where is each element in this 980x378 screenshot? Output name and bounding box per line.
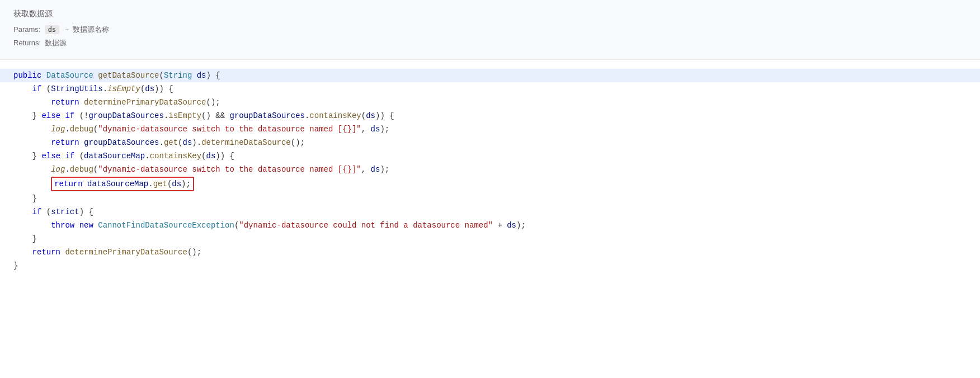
var-token: ds <box>366 111 375 120</box>
plain-token: ); <box>516 221 526 230</box>
type-token: DataSource <box>46 71 93 80</box>
var-token: ds <box>183 138 192 147</box>
code-line: throw new CannotFindDataSourceException(… <box>0 219 980 232</box>
plain-token: ( <box>201 152 206 160</box>
plain-token: )) { <box>215 152 234 160</box>
function-token: debug <box>70 125 93 134</box>
function-token: determinePrimaryDataSource <box>65 248 187 257</box>
log-token: log <box>51 165 65 174</box>
type-token: CannotFindDataSourceException <box>98 221 234 230</box>
var-token: ds <box>145 84 154 93</box>
plain-token <box>192 71 196 80</box>
function-token: containsKey <box>309 111 361 120</box>
keyword-token: new <box>79 221 93 230</box>
plain-token: ) { <box>79 207 93 216</box>
var-token: groupDataSources <box>88 111 163 120</box>
var-token: dataSourceMap <box>84 152 145 160</box>
plain-token: } <box>32 234 37 243</box>
plain-token: , <box>361 125 371 134</box>
plain-token: (); <box>206 98 220 107</box>
plain-token: ( <box>361 111 366 120</box>
doc-params: Params: ds － 数据源名称 <box>13 25 967 35</box>
function-token: isEmpty <box>168 111 201 120</box>
plain-token: . <box>103 84 107 93</box>
plain-token: + <box>493 221 507 230</box>
plain-token: ). <box>192 138 201 147</box>
code-line: if (strict) { <box>0 205 980 219</box>
plain-token: . <box>148 179 153 188</box>
code-line: } else if (!groupDataSources.isEmpty() &… <box>0 109 980 122</box>
code-line: } <box>0 259 980 272</box>
plain-token: (); <box>187 248 201 257</box>
code-line: return determinePrimaryDataSource(); <box>0 96 980 109</box>
returns-desc: 数据源 <box>45 39 67 47</box>
function-token: determinePrimaryDataSource <box>84 98 206 107</box>
doc-title: 获取数据源 <box>13 9 967 19</box>
keyword-token: if <box>32 84 42 93</box>
code-line: log.debug("dynamic-datasource switch to … <box>0 163 980 176</box>
plain-token <box>74 221 79 230</box>
plain-token: ); <box>380 125 389 134</box>
var-token: ds <box>206 152 216 160</box>
plain-token: } <box>13 261 18 270</box>
plain-token <box>79 138 84 147</box>
param-desc: － 数据源名称 <box>63 25 109 34</box>
var-token: ds <box>172 179 181 188</box>
log-token: log <box>51 125 65 134</box>
plain-token: ( <box>178 138 182 147</box>
plain-token: )) { <box>154 84 173 93</box>
keyword-token: public <box>13 71 41 80</box>
plain-token: . <box>65 165 69 174</box>
plain-token: ( <box>159 71 163 80</box>
string-token: "dynamic-datasource could not find a dat… <box>239 221 493 230</box>
code-line: } else if (dataSourceMap.containsKey(ds)… <box>0 149 980 163</box>
var-token: ds <box>371 125 380 134</box>
var-token: dataSourceMap <box>87 179 148 188</box>
string-token: "dynamic-datasource switch to the dataso… <box>98 165 361 174</box>
plain-token: ( <box>93 165 98 174</box>
plain-token: (); <box>291 138 305 147</box>
highlighted-return: return dataSourceMap.get(ds); <box>51 177 194 191</box>
plain-token <box>93 221 98 230</box>
keyword-token: return <box>51 138 79 147</box>
plain-token: )) { <box>375 111 394 120</box>
param-name: ds <box>45 25 59 34</box>
function-token: getDataSource <box>98 71 159 80</box>
var-token: StringUtils <box>51 84 102 93</box>
var-token: ds <box>371 165 380 174</box>
var-token: groupDataSources <box>84 138 159 147</box>
plain-token: ) { <box>206 71 220 80</box>
var-token: ds <box>507 221 516 230</box>
keyword-token: if <box>32 207 42 216</box>
var-token: groupDataSources <box>230 111 305 120</box>
keyword-token: throw <box>51 221 74 230</box>
plain-token <box>93 71 98 80</box>
function-token: determineDataSource <box>201 138 291 147</box>
params-label: Params: <box>13 25 40 34</box>
plain-token: () && <box>201 111 229 120</box>
method-token: isEmpty <box>107 84 140 93</box>
plain-token: ( <box>41 207 51 216</box>
keyword-token: return <box>51 98 79 107</box>
plain-token: . <box>145 152 149 160</box>
keyword-token: return <box>54 179 82 188</box>
code-line: } <box>0 192 980 205</box>
function-token: get <box>164 138 178 147</box>
plain-token: ); <box>380 165 389 174</box>
function-token: containsKey <box>150 152 201 160</box>
returns-label: Returns: <box>13 39 41 47</box>
plain-token: ( <box>93 125 98 134</box>
plain-token: , <box>361 165 371 174</box>
code-section: public DataSource getDataSource(String d… <box>0 60 980 281</box>
function-token: get <box>153 179 167 188</box>
plain-token <box>41 71 46 80</box>
plain-token: . <box>65 125 69 134</box>
plain-token: ); <box>181 179 191 188</box>
keyword-token: return <box>32 248 60 257</box>
plain-token: ( <box>74 152 84 160</box>
plain-token: . <box>159 138 163 147</box>
doc-section: 获取数据源 Params: ds － 数据源名称 Returns: 数据源 <box>0 0 980 60</box>
plain-token: } <box>32 152 42 160</box>
plain-token <box>83 179 87 188</box>
type-token: String <box>164 71 192 80</box>
